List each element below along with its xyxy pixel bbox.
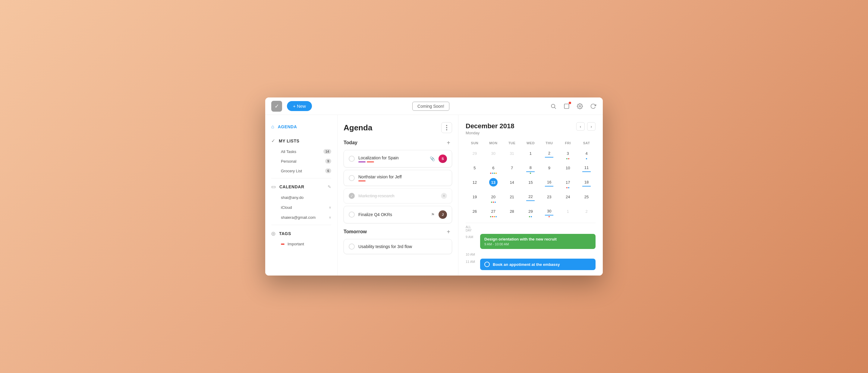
task-card-usability[interactable]: Usability testings for 3rd flow	[344, 239, 452, 254]
tag-item-important[interactable]: Important	[265, 239, 337, 249]
cal-day-30[interactable]: 30	[540, 205, 558, 219]
sidebar-agenda-label: AGENDA	[278, 124, 297, 129]
cal-day-13-today[interactable]: 13	[484, 176, 502, 190]
sidebar-list-grocery[interactable]: Grocery List 6	[265, 166, 337, 176]
cal-day-7[interactable]: 7	[503, 162, 521, 176]
sidebar-list-personal[interactable]: Personal 9	[265, 156, 337, 166]
calendar-next-button[interactable]: ›	[587, 122, 595, 131]
task-checkbox-3[interactable]: ✓	[349, 193, 355, 199]
task-underline-1	[358, 162, 426, 162]
task-card-northstar[interactable]: Northstar vision for Jeff	[344, 170, 452, 186]
cal-day-8[interactable]: 8	[522, 162, 540, 176]
cal-day-15[interactable]: 15	[522, 176, 540, 190]
sidebar-divider-2	[271, 225, 331, 225]
cal-day-23[interactable]: 23	[540, 191, 558, 205]
cal-day-28[interactable]: 28	[503, 205, 521, 219]
sidebar-list-all-tasks[interactable]: All Tasks 14	[265, 147, 337, 156]
cal-day-2-next[interactable]: 2	[578, 205, 595, 219]
task-info-1: Localization for Spain	[358, 155, 426, 162]
task-checkbox-4[interactable]	[349, 211, 355, 218]
cal-day-20[interactable]: 20	[484, 191, 502, 205]
task-checkbox-1[interactable]	[349, 156, 355, 162]
sidebar-item-mylists[interactable]: ✓ MY LISTS	[265, 135, 337, 147]
calendar-day-label: Monday	[466, 131, 514, 135]
home-icon: ⌂	[271, 124, 274, 130]
sidebar-tags-section: ◎ TAGS Important	[265, 228, 337, 249]
event-card-design-orientation[interactable]: Design orientation with the new recruit …	[480, 234, 595, 249]
all-tasks-badge: 14	[323, 149, 331, 154]
task-card-localization[interactable]: Localization for Spain 📎 S	[344, 150, 452, 168]
calendar-days: 29 30 31 1 2 3 4 5	[466, 147, 595, 219]
check-circle-icon: ✓	[271, 138, 275, 144]
sidebar-item-agenda[interactable]: ⌂ AGENDA	[265, 121, 337, 133]
task-card-okrs[interactable]: Finalize Q4 OKRs ⚑ J	[344, 206, 452, 223]
cal-day-1-next[interactable]: 1	[559, 205, 577, 219]
cal-day-22[interactable]: 22	[522, 191, 540, 205]
refresh-icon[interactable]	[590, 103, 597, 110]
cal-day-21[interactable]: 21	[503, 191, 521, 205]
cal-day-25[interactable]: 25	[578, 191, 595, 205]
gmail-chevron-icon: ∨	[329, 216, 331, 220]
app-logo[interactable]: ✓	[271, 101, 282, 112]
calendar-icon: ▭	[271, 184, 276, 190]
time-10am-label: 10 AM	[466, 251, 476, 256]
cal-day-11[interactable]: 11	[578, 162, 595, 176]
main-content: ⌂ AGENDA ✓ MY LISTS All Tasks 14 Persona…	[265, 115, 603, 276]
window-icon[interactable]	[563, 103, 570, 110]
more-options-button[interactable]	[441, 122, 452, 133]
event-card-embassy[interactable]: Book an appotiment at the embassy	[480, 259, 595, 270]
cal-day-17[interactable]: 17	[559, 176, 577, 190]
task-checkbox-2[interactable]	[349, 175, 355, 181]
underline-red	[367, 162, 374, 162]
cal-day-19[interactable]: 19	[466, 191, 484, 205]
task-checkbox-5[interactable]	[349, 243, 355, 250]
cal-day-30-prev[interactable]: 30	[484, 147, 502, 161]
settings-icon[interactable]	[576, 103, 584, 110]
tomorrow-section: Tomorrow + Usability testings for 3rd fl…	[344, 228, 452, 254]
calendar-weekdays: SUN MON TUE WED THU FRI SAT	[466, 140, 595, 146]
calendar-edit-icon[interactable]: ✎	[328, 184, 331, 189]
cal-day-24[interactable]: 24	[559, 191, 577, 205]
sidebar-item-calendar[interactable]: ▭ CALENDAR ✎	[265, 181, 337, 193]
list-all-tasks-label: All Tasks	[281, 149, 296, 154]
cal-day-12[interactable]: 12	[466, 176, 484, 190]
today-add-button[interactable]: +	[445, 139, 452, 146]
cal-day-10[interactable]: 10	[559, 162, 577, 176]
search-icon[interactable]	[550, 103, 557, 110]
cal-day-16[interactable]: 16	[540, 176, 558, 190]
cal-day-18[interactable]: 18	[578, 176, 595, 190]
topbar: ✓ + New Coming Soon!	[265, 97, 603, 115]
sidebar-item-tags[interactable]: ◎ TAGS	[265, 228, 337, 239]
tomorrow-add-button[interactable]: +	[445, 228, 452, 235]
sidebar-calendar-label: CALENDAR	[279, 184, 304, 189]
new-button[interactable]: + New	[287, 101, 312, 111]
cal-day-3[interactable]: 3	[559, 147, 577, 161]
agenda-panel: Agenda Today + Localization for Spain	[338, 115, 458, 276]
calendar-prev-button[interactable]: ‹	[576, 122, 585, 131]
coming-soon-button[interactable]: Coming Soon!	[412, 102, 450, 111]
cal-day-14[interactable]: 14	[503, 176, 521, 190]
sidebar-calendar-gmail[interactable]: shaiera@gmail.com ∨	[265, 212, 337, 222]
cal-day-31-prev[interactable]: 31	[503, 147, 521, 161]
cal-day-29-prev[interactable]: 29	[466, 147, 484, 161]
task-remove-button[interactable]: ✕	[441, 193, 447, 199]
sidebar-divider	[271, 178, 331, 178]
cal-day-6[interactable]: 6	[484, 162, 502, 176]
weekday-fri: FRI	[559, 140, 577, 146]
task-name-3: Marketing research	[358, 194, 437, 198]
icloud-chevron-icon: ∨	[329, 205, 331, 209]
task-info-4: Finalize Q4 OKRs	[358, 212, 427, 217]
sidebar-calendar-icloud[interactable]: iCloud ∨	[265, 202, 337, 212]
cal-day-27[interactable]: 27	[484, 205, 502, 219]
cal-day-9[interactable]: 9	[540, 162, 558, 176]
time-9am-label: 9 AM	[466, 234, 476, 239]
sidebar-calendar-shai[interactable]: shai@any.do	[265, 193, 337, 202]
cal-day-29[interactable]: 29	[522, 205, 540, 219]
cal-day-1[interactable]: 1	[522, 147, 540, 161]
cal-day-26[interactable]: 26	[466, 205, 484, 219]
cal-day-4[interactable]: 4	[578, 147, 595, 161]
personal-badge: 9	[325, 159, 331, 164]
cal-day-5[interactable]: 5	[466, 162, 484, 176]
task-card-marketing[interactable]: ✓ Marketing research ✕	[344, 188, 452, 203]
cal-day-2[interactable]: 2	[540, 147, 558, 161]
